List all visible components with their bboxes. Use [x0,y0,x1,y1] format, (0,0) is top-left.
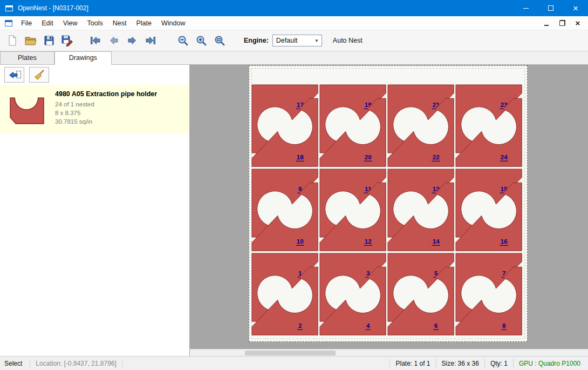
mdi-close-button[interactable]: × [574,19,582,27]
status-location: Location: [-0.9437, 21.8796] [30,360,121,367]
nested-pair: 12 [252,253,318,335]
new-button[interactable] [3,32,22,49]
part-number-underline [432,161,440,162]
nested-pair: 2122 [388,85,454,166]
previous-plate-button[interactable] [105,32,123,49]
main-toolbar: Engine: Default ▼ Auto Nest [0,30,588,51]
part-number-label: 14 [433,238,440,245]
status-gpu: GPU : Quadro P1000 [514,360,588,367]
first-arrow-icon [90,35,101,46]
save-edit-icon [61,34,74,47]
part-number-label: 8 [502,322,506,329]
part-number-label: 16 [501,238,508,245]
part-thumbnail [5,89,49,130]
part-number-underline [364,245,372,246]
nested-pair: 56 [388,253,454,335]
open-button[interactable] [22,32,40,49]
drawing-list-item[interactable]: 4980 A05 Extraction pipe holder 24 of 1 … [0,85,189,133]
zoom-fit-icon [214,35,225,46]
part-number-label: 6 [434,322,438,329]
save-as-button[interactable] [58,32,77,49]
panel-tab-strip: Plates Drawings [0,51,588,65]
part-number-underline [500,245,508,246]
first-plate-button[interactable] [86,32,105,49]
document-icon[interactable] [4,19,13,28]
part-number-label: 20 [365,153,372,160]
window-title: OpenNest - [N0317-002] [18,4,88,12]
plate[interactable]: 171819202122232491011121314151612345678 [249,65,528,342]
nested-pair: 78 [456,253,522,335]
zoom-out-button[interactable] [174,32,192,49]
engine-label: Engine: [244,37,269,44]
last-arrow-icon [145,35,156,46]
part-number-label: 18 [297,153,304,160]
drawing-nested-count: 24 of 1 nested [55,100,157,109]
plate-svg: 171819202122232491011121314151612345678 [249,66,527,341]
zoom-in-icon [195,35,207,46]
status-separator [122,359,122,368]
drawings-panel: 4980 A05 Extraction pipe holder 24 of 1 … [0,65,190,356]
save-icon [43,35,55,46]
menu-edit[interactable]: Edit [37,16,58,30]
nested-pair: 1920 [320,85,386,166]
nested-pair: 1112 [320,169,386,251]
menu-file[interactable]: File [16,16,37,30]
zoom-out-icon [177,35,189,46]
auto-nest-button[interactable]: Auto Nest [333,37,363,44]
save-button[interactable] [40,32,58,49]
horizontal-scrollbar[interactable] [190,349,588,356]
part-number-underline [501,329,507,330]
scrollbar-thumb[interactable] [245,351,336,355]
app-icon [5,4,13,12]
next-plate-button[interactable] [123,32,141,49]
status-qty: Qty: 1 [485,360,513,367]
part-number-label: 12 [365,238,372,245]
status-plate: Plate: 1 of 1 [390,360,435,367]
part-number-label: 10 [297,238,304,245]
part-number-underline [500,161,508,162]
last-plate-button[interactable] [141,32,160,49]
menu-nest[interactable]: Nest [108,16,132,30]
mdi-close-icon: × [576,19,580,27]
minimize-icon [523,8,529,9]
mdi-minimize-button[interactable] [543,19,550,27]
send-to-plate-button[interactable] [4,67,24,83]
next-arrow-icon [126,35,138,46]
app-window: OpenNest - [N0317-002] × File Edit View … [0,0,588,370]
zoom-fit-button[interactable] [210,32,229,49]
menu-window[interactable]: Window [156,16,190,30]
engine-select[interactable]: Default ▼ [272,35,322,46]
tab-plates[interactable]: Plates [0,51,54,64]
nested-pair: 1314 [388,169,454,251]
menu-plate[interactable]: Plate [131,16,156,30]
broom-icon [33,69,46,82]
zoom-in-button[interactable] [192,32,210,49]
maximize-icon [548,5,553,11]
minimize-button[interactable] [514,0,538,16]
chevron-down-icon: ▼ [314,38,322,43]
tab-drawings[interactable]: Drawings [54,51,112,65]
title-bar: OpenNest - [N0317-002] × [0,0,588,16]
clear-button[interactable] [29,67,49,83]
status-mode: Select [0,360,30,367]
part-number-underline [364,161,372,162]
mdi-minimize-icon [544,25,549,26]
status-size: Size: 36 x 36 [436,360,484,367]
nest-canvas[interactable]: 171819202122232491011121314151612345678 [190,65,588,356]
engine-selected-value: Default [276,37,298,44]
part-number-underline [365,329,371,330]
menu-tools[interactable]: Tools [83,16,108,30]
part-number-underline [433,329,439,330]
status-bar: Select Location: [-0.9437, 21.8796] Plat… [0,356,588,370]
nested-pair: 1516 [456,169,522,251]
drawings-panel-toolbar [0,65,189,85]
open-folder-icon [24,34,37,47]
drawing-title: 4980 A05 Extraction pipe holder [55,90,157,98]
close-button[interactable]: × [563,0,588,16]
mdi-restore-button[interactable] [558,19,566,27]
mdi-restore-icon [559,20,565,26]
new-file-icon [6,35,18,46]
maximize-button[interactable] [538,0,563,16]
part-number-underline [296,161,304,162]
menu-view[interactable]: View [58,16,83,30]
